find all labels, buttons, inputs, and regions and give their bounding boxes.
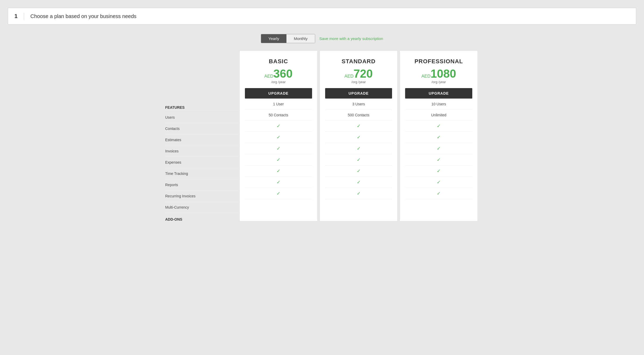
pricing-container: FEATURES Users Contacts Estimates Invoic…: [165, 50, 479, 221]
professional-plan-column: PROFESSIONAL AED 1080 /org /year UPGRADE…: [400, 50, 478, 221]
professional-recurring-icon: ✓: [437, 179, 441, 185]
standard-amount: 720: [354, 68, 373, 79]
standard-invoices-icon: ✓: [357, 134, 361, 140]
standard-period: /org /year: [352, 80, 366, 84]
toggle-row: Yearly Monthly Save more with a yearly s…: [8, 34, 636, 43]
basic-features: 1 User 50 Contacts ✓ ✓ ✓ ✓ ✓ ✓ ✓: [245, 99, 312, 199]
standard-multicurrency-check: ✓: [325, 188, 392, 199]
standard-expenses-icon: ✓: [357, 146, 361, 151]
standard-expenses-check: ✓: [325, 143, 392, 154]
standard-invoices-check: ✓: [325, 132, 392, 143]
professional-expenses-check: ✓: [405, 143, 472, 154]
save-text: Save more with a yearly subscription: [319, 36, 383, 41]
step-title: Choose a plan based on your business nee…: [30, 13, 136, 19]
basic-plan-column: BASIC AED 360 /org /year UPGRADE 1 User …: [239, 50, 318, 221]
standard-estimates-check: ✓: [325, 121, 392, 132]
professional-time-icon: ✓: [437, 157, 441, 163]
professional-amount: 1080: [430, 68, 456, 79]
basic-estimates-check: ✓: [245, 121, 312, 132]
basic-expenses-check: ✓: [245, 143, 312, 154]
professional-features: 10 Users Unlimited ✓ ✓ ✓ ✓ ✓ ✓ ✓: [405, 99, 472, 199]
standard-reports-icon: ✓: [357, 168, 361, 174]
step-header: 1 Choose a plan based on your business n…: [8, 8, 636, 25]
standard-recurring-check: ✓: [325, 177, 392, 188]
feature-contacts: Contacts: [165, 123, 238, 134]
professional-invoices-check: ✓: [405, 132, 472, 143]
basic-recurring-icon: ✓: [277, 179, 280, 185]
professional-multicurrency-check: ✓: [405, 188, 472, 199]
basic-plan-price: AED 360: [264, 68, 292, 79]
feature-multi-currency: Multi-Currency: [165, 202, 238, 213]
basic-invoices-icon: ✓: [277, 134, 280, 140]
feature-time-tracking: Time Tracking: [165, 168, 238, 179]
basic-time-icon: ✓: [277, 157, 280, 163]
feature-expenses: Expenses: [165, 157, 238, 168]
professional-reports-check: ✓: [405, 165, 472, 177]
features-label: FEATURES: [165, 103, 238, 112]
standard-users: 3 Users: [325, 99, 392, 110]
professional-plan-name: PROFESSIONAL: [415, 58, 463, 65]
basic-amount: 360: [273, 68, 292, 79]
standard-currency: AED: [344, 74, 354, 79]
basic-users: 1 User: [245, 99, 312, 110]
standard-contacts: 500 Contacts: [325, 110, 392, 121]
standard-upgrade-button[interactable]: UPGRADE: [325, 88, 392, 99]
standard-features: 3 Users 500 Contacts ✓ ✓ ✓ ✓ ✓ ✓ ✓: [325, 99, 392, 199]
professional-upgrade-button[interactable]: UPGRADE: [405, 88, 472, 99]
professional-contacts: Unlimited: [405, 110, 472, 121]
basic-recurring-check: ✓: [245, 177, 312, 188]
basic-period: /org /year: [271, 80, 286, 84]
professional-period: /org /year: [432, 80, 446, 84]
professional-invoices-icon: ✓: [437, 134, 441, 140]
standard-recurring-icon: ✓: [357, 179, 361, 185]
step-number: 1: [14, 13, 24, 20]
professional-multicurrency-icon: ✓: [437, 191, 441, 196]
basic-time-check: ✓: [245, 154, 312, 165]
standard-plan-price: AED 720: [344, 68, 373, 79]
standard-plan-name: STANDARD: [342, 58, 376, 65]
basic-plan-name: BASIC: [269, 58, 288, 65]
basic-reports-icon: ✓: [277, 168, 280, 174]
monthly-toggle[interactable]: Monthly: [286, 34, 315, 43]
standard-time-icon: ✓: [357, 157, 361, 163]
professional-users: 10 Users: [405, 99, 472, 110]
professional-estimates-icon: ✓: [437, 123, 441, 129]
basic-currency: AED: [264, 74, 273, 79]
professional-expenses-icon: ✓: [437, 146, 441, 151]
toggle-group: Yearly Monthly: [261, 34, 315, 43]
standard-estimates-icon: ✓: [357, 123, 361, 129]
addons-label: ADD-ONS: [165, 213, 238, 221]
basic-multicurrency-check: ✓: [245, 188, 312, 199]
basic-invoices-check: ✓: [245, 132, 312, 143]
standard-plan-column: STANDARD AED 720 /org /year UPGRADE 3 Us…: [320, 50, 398, 221]
basic-expenses-icon: ✓: [277, 146, 280, 151]
basic-multicurrency-icon: ✓: [277, 191, 280, 196]
standard-multicurrency-icon: ✓: [357, 191, 361, 196]
professional-time-check: ✓: [405, 154, 472, 165]
feature-invoices: Invoices: [165, 146, 238, 157]
feature-users: Users: [165, 112, 238, 123]
basic-estimates-icon: ✓: [277, 123, 280, 129]
yearly-toggle[interactable]: Yearly: [261, 34, 286, 43]
feature-reports: Reports: [165, 179, 238, 191]
basic-upgrade-button[interactable]: UPGRADE: [245, 88, 312, 99]
professional-estimates-check: ✓: [405, 121, 472, 132]
basic-contacts: 50 Contacts: [245, 110, 312, 121]
standard-time-check: ✓: [325, 154, 392, 165]
features-column: FEATURES Users Contacts Estimates Invoic…: [165, 50, 238, 221]
standard-reports-check: ✓: [325, 165, 392, 177]
feature-recurring-invoices: Recurring Invoices: [165, 191, 238, 202]
professional-recurring-check: ✓: [405, 177, 472, 188]
professional-currency: AED: [421, 74, 430, 79]
feature-estimates: Estimates: [165, 134, 238, 146]
basic-reports-check: ✓: [245, 165, 312, 177]
professional-reports-icon: ✓: [437, 168, 441, 174]
professional-plan-price: AED 1080: [421, 68, 456, 79]
